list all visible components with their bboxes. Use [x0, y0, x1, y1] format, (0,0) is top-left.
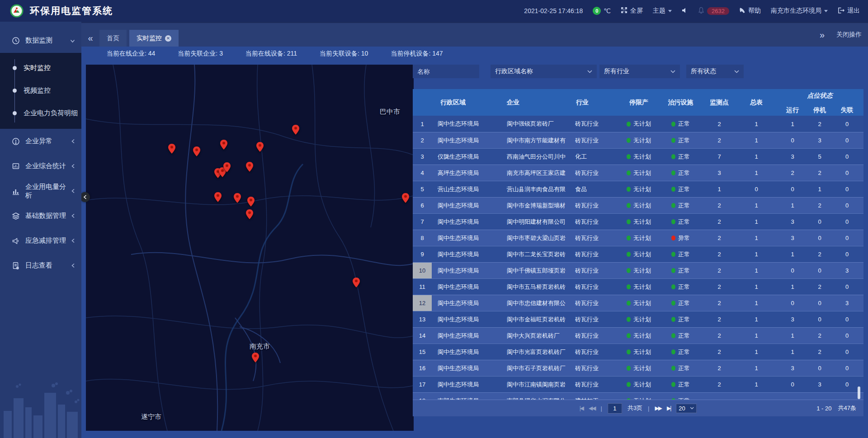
map-pin-icon[interactable]	[234, 193, 241, 203]
map-pin-icon[interactable]	[247, 197, 255, 207]
logout-button[interactable]: 退出	[838, 7, 860, 15]
sidebar-subitem-label: 实时监控	[24, 64, 51, 72]
cell-region: 阆中生态环境局	[432, 360, 501, 376]
status-dot-green	[671, 252, 675, 257]
cell-company: 阆中市南方节能建材有	[501, 132, 573, 148]
table-scrollbar-thumb[interactable]	[858, 386, 860, 399]
sidebar-item-label: 日志查看	[25, 261, 71, 270]
app-header: 环保用电监管系统 2021-02-25 17:46:18 0 ℃ 全屏 主题	[0, 0, 868, 22]
table-row[interactable]: 9阆中生态环境局阆中市二龙长宝页岩砖砖瓦行业无计划正常21120	[413, 246, 863, 262]
table-row[interactable]: 12阆中生态环境局阆中市忠信建材有限公砖瓦行业无计划正常21003	[413, 295, 863, 311]
cell-index: 7	[413, 214, 432, 230]
sidebar-item-0[interactable]: 数据监测	[0, 28, 81, 53]
page-number-input[interactable]: 1	[608, 403, 622, 414]
sidebar-subitem-企业电力负荷明细[interactable]: 企业电力负荷明细	[0, 102, 81, 124]
map-pin-icon[interactable]	[168, 144, 175, 154]
table-row[interactable]: 14阆中生态环境局阆中大兴页岩机砖厂砖瓦行业无计划正常21120	[413, 327, 863, 344]
map-pin-icon[interactable]	[256, 142, 264, 152]
theme-dropdown[interactable]: 主题	[653, 7, 672, 15]
first-page-button[interactable]: |◀	[580, 405, 583, 411]
region-filter-select[interactable]: 行政区域名称	[491, 65, 597, 78]
cell-facility: 正常	[659, 393, 702, 400]
cell-index: 8	[413, 230, 432, 246]
map-pin-icon[interactable]	[193, 146, 200, 156]
status-filter-select[interactable]: 所有状态	[686, 65, 744, 78]
map-pin-icon[interactable]	[353, 278, 360, 287]
cell-run: 3	[776, 214, 809, 230]
tab-实时监控[interactable]: 实时监控✕	[129, 30, 179, 47]
sidebar-item-4[interactable]: 基础数据管理	[0, 203, 81, 228]
map-pin-icon[interactable]	[252, 353, 259, 363]
sidebar-item-6[interactable]: 日志查看	[0, 253, 81, 278]
tab-close-icon[interactable]: ✕	[165, 35, 171, 42]
table-row[interactable]: 10阆中生态环境局阆中千佛镇五郎垭页岩砖瓦行业无计划正常21003	[413, 262, 863, 278]
cell-offline: 0	[830, 344, 863, 360]
fullscreen-button[interactable]: 全屏	[621, 7, 643, 15]
sidebar-item-1[interactable]: 企业异常	[0, 129, 81, 154]
map-pin-icon[interactable]	[402, 193, 409, 203]
table-row[interactable]: 5营山生态环境局营山县润丰肉食品有限食品无计划正常10010	[413, 181, 863, 197]
page-size-select[interactable]: 20	[676, 404, 697, 413]
org-dropdown[interactable]: 南充市生态环境局	[771, 7, 828, 15]
close-operations-button[interactable]: 关闭操作	[836, 31, 862, 39]
map-pin-icon[interactable]	[246, 162, 253, 172]
cell-facility: 正常	[659, 279, 702, 295]
megaphone-icon	[12, 237, 20, 245]
table-row[interactable]: 2阆中生态环境局阆中市南方节能建材有砖瓦行业无计划正常21030	[413, 132, 863, 148]
cell-region: 阆中生态环境局	[432, 132, 501, 148]
table-row[interactable]: 17阆中生态环境局阆中市江南镇阆南页岩砖瓦行业无计划正常21030	[413, 376, 863, 392]
table-row[interactable]: 1阆中生态环境局阆中强锐页岩砖厂砖瓦行业无计划正常21120	[413, 116, 863, 132]
cell-stop: 2	[809, 165, 830, 181]
cell-run: 3	[776, 311, 809, 327]
name-filter-input[interactable]	[413, 65, 479, 78]
sidebar-item-3[interactable]: 企业用电量分析	[0, 179, 81, 203]
status-dot-green	[627, 187, 631, 192]
app-title: 环保用电监管系统	[30, 5, 113, 17]
status-dot-green	[627, 333, 631, 338]
help-button[interactable]: 帮助	[739, 7, 761, 15]
table-row[interactable]: 6阆中生态环境局阆中市金博瑞新型墙材砖瓦行业无计划正常21120	[413, 197, 863, 213]
cell-meter: 1	[736, 198, 776, 213]
table-row[interactable]: 3仪陇生态环境局西南油气田分公司川中化工无计划正常71350	[413, 148, 863, 165]
stat-当前停机设备: 当前停机设备: 147	[391, 50, 443, 58]
cell-company: 阆中市金福旺页岩机砖	[501, 311, 573, 327]
map-pin-icon[interactable]	[223, 162, 231, 172]
stat-当前失联企业: 当前失联企业: 3	[178, 50, 223, 58]
sidebar-item-2[interactable]: 企业综合统计	[0, 154, 81, 179]
header-right: 2021-02-25 17:46:18 0 ℃ 全屏 主题	[524, 0, 860, 22]
map-pin-icon[interactable]	[220, 140, 227, 150]
map[interactable]: 巴中市南充市遂宁市	[86, 65, 414, 431]
table-row[interactable]: 7阆中生态环境局阆中明阳建材有限公司砖瓦行业无计划正常21300	[413, 213, 863, 230]
tabbar-right: » 关闭操作	[820, 23, 862, 47]
table-row[interactable]: 4高坪生态环境局南充市高坪区王家店建砖瓦行业无计划正常31220	[413, 165, 863, 181]
tabbar-tabs: « 首页实时监控✕	[81, 30, 181, 47]
table-row[interactable]: 8阆中生态环境局阆中市枣碧大梁山页岩砖瓦行业无计划异常21300	[413, 230, 863, 246]
last-page-button[interactable]: ▶|	[667, 405, 670, 411]
map-pin-icon[interactable]	[292, 125, 299, 135]
table-row[interactable]: 11阆中生态环境局阆中市五马桥页岩机砖砖瓦行业无计划正常21120	[413, 278, 863, 295]
table-row[interactable]: 18南部生态环境局南部县砚华水泥有限公建材加工无计划正常	[413, 392, 863, 400]
mute-button[interactable]	[682, 7, 688, 15]
sidebar-subitem-视频监控[interactable]: 视频监控	[0, 79, 81, 102]
status-dot-green	[627, 203, 631, 208]
sidebar-collapse-button[interactable]	[80, 192, 90, 202]
cell-limit: 无计划	[618, 230, 659, 246]
industry-filter-select[interactable]: 所有行业	[599, 65, 680, 78]
table-row[interactable]: 13阆中生态环境局阆中市金福旺页岩机砖砖瓦行业无计划正常21300	[413, 311, 863, 327]
cell-offline: 0	[830, 198, 863, 213]
cell-monitor: 2	[702, 377, 736, 392]
status-dot-green	[627, 170, 631, 175]
notifications[interactable]: 2632	[698, 7, 729, 15]
tab-首页[interactable]: 首页	[99, 30, 127, 47]
sidebar-item-5[interactable]: 应急减排管理	[0, 228, 81, 253]
map-pin-icon[interactable]	[214, 192, 222, 202]
next-page-button[interactable]: ▶▶	[655, 405, 661, 411]
tabs-scroll-left-icon[interactable]: «	[81, 30, 99, 47]
prev-page-button[interactable]: ◀◀	[589, 405, 595, 411]
map-pin-icon[interactable]	[246, 209, 253, 219]
app-logo-icon	[10, 4, 24, 18]
tabs-scroll-right-icon[interactable]: »	[820, 30, 825, 40]
table-row[interactable]: 16阆中生态环境局阆中市石子页岩机砖厂砖瓦行业无计划正常21300	[413, 360, 863, 376]
sidebar-subitem-实时监控[interactable]: 实时监控	[0, 57, 81, 79]
table-row[interactable]: 15阆中生态环境局阆中市光富页岩机砖厂砖瓦行业无计划正常21120	[413, 344, 863, 360]
